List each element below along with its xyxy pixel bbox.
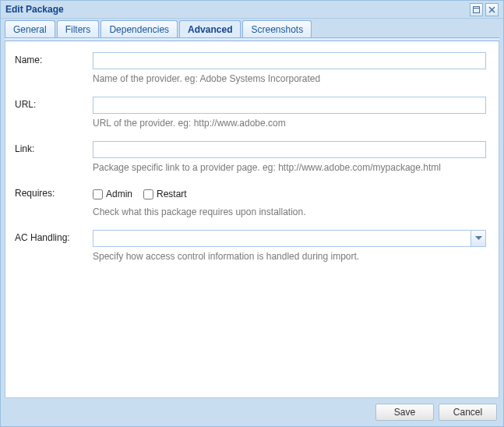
link-field: Link: Package specific link to a provide… xyxy=(15,141,486,173)
tab-filters[interactable]: Filters xyxy=(57,20,100,37)
maximize-icon xyxy=(473,6,480,13)
save-button[interactable]: Save xyxy=(375,404,434,421)
ac-handling-input[interactable] xyxy=(93,230,486,247)
ac-handling-hint: Specify how access control information i… xyxy=(93,251,486,262)
name-field: Name: Name of the provider. eg: Adobe Sy… xyxy=(15,52,486,84)
edit-package-window: Edit Package General Filters Dependencie… xyxy=(0,0,504,427)
close-icon xyxy=(488,6,495,13)
advanced-panel: Name: Name of the provider. eg: Adobe Sy… xyxy=(5,41,499,398)
ac-handling-field: AC Handling: Specify how access control … xyxy=(15,230,486,262)
restart-text: Restart xyxy=(157,189,187,199)
tab-strip: General Filters Dependencies Advanced Sc… xyxy=(1,19,503,37)
admin-text: Admin xyxy=(106,189,132,199)
chevron-down-icon xyxy=(475,236,482,241)
url-hint: URL of the provider. eg: http://www.adob… xyxy=(93,118,486,129)
link-input[interactable] xyxy=(93,141,486,158)
close-button[interactable] xyxy=(485,3,499,16)
name-hint: Name of the provider. eg: Adobe Systems … xyxy=(93,73,486,84)
titlebar: Edit Package xyxy=(1,1,503,19)
admin-check-label[interactable]: Admin xyxy=(93,189,132,199)
restart-checkbox[interactable] xyxy=(143,189,153,199)
requires-hint: Check what this package requires upon in… xyxy=(93,206,486,217)
tab-dependencies[interactable]: Dependencies xyxy=(100,20,178,37)
requires-field: Requires: Admin Restart Check what this … xyxy=(15,185,486,217)
cancel-button[interactable]: Cancel xyxy=(439,404,497,421)
link-label: Link: xyxy=(15,141,93,154)
svg-line-2 xyxy=(489,7,495,12)
ac-handling-trigger[interactable] xyxy=(471,231,485,246)
tab-screenshots[interactable]: Screenshots xyxy=(242,20,312,37)
url-input[interactable] xyxy=(93,97,486,114)
url-label: URL: xyxy=(15,97,93,110)
svg-line-3 xyxy=(489,7,495,12)
requires-label: Requires: xyxy=(15,185,93,199)
admin-checkbox[interactable] xyxy=(93,189,103,199)
button-bar: Save Cancel xyxy=(1,401,503,424)
link-hint: Package specific link to a provider page… xyxy=(93,162,486,173)
maximize-button[interactable] xyxy=(470,3,483,16)
name-input[interactable] xyxy=(93,52,486,69)
tab-advanced[interactable]: Advanced xyxy=(179,20,241,37)
window-title: Edit Package xyxy=(5,4,467,15)
ac-handling-combo[interactable] xyxy=(93,230,486,247)
svg-rect-0 xyxy=(474,6,480,12)
requires-checks: Admin Restart xyxy=(93,185,486,203)
url-field: URL: URL of the provider. eg: http://www… xyxy=(15,97,486,129)
name-label: Name: xyxy=(15,52,93,65)
tab-general[interactable]: General xyxy=(5,20,55,37)
restart-check-label[interactable]: Restart xyxy=(143,189,187,199)
ac-handling-label: AC Handling: xyxy=(15,230,93,243)
svg-marker-4 xyxy=(475,236,482,240)
